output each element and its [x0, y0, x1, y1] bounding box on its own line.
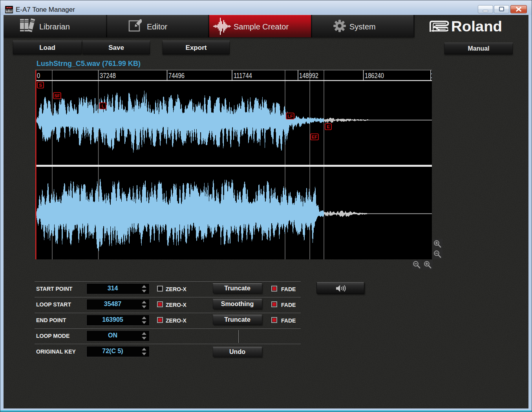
svg-text:1: 1 [431, 72, 432, 79]
svg-text:74496: 74496 [168, 72, 185, 79]
svg-text:111744: 111744 [234, 72, 252, 79]
svg-text:SF: SF [54, 93, 60, 98]
svg-text:LF: LF [287, 114, 293, 118]
svg-text:148992: 148992 [299, 72, 318, 79]
svg-text:37248: 37248 [100, 72, 116, 79]
svg-text:Roland: Roland [451, 20, 502, 32]
svg-text:S: S [39, 83, 42, 88]
svg-text:EF: EF [312, 135, 318, 139]
svg-text:L: L [101, 104, 104, 108]
svg-text:186240: 186240 [365, 72, 384, 79]
svg-text:E: E [327, 124, 330, 129]
svg-text:0: 0 [37, 72, 40, 79]
